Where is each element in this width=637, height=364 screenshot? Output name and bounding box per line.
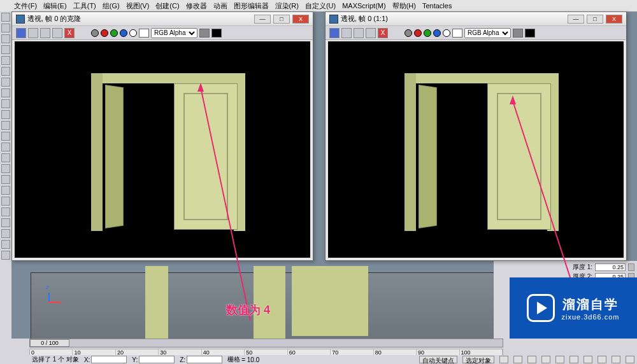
channel-green-icon[interactable] (424, 29, 431, 37)
save-icon[interactable] (329, 28, 340, 38)
window-title: 透视, 帧 0 (1:1) (341, 14, 388, 24)
tool-link-icon[interactable] (1, 56, 10, 65)
alpha-well-icon[interactable] (199, 29, 210, 38)
channel-rgb-icon[interactable] (404, 29, 412, 37)
menu-view[interactable]: 视图(V) (124, 1, 152, 11)
param-label: 厚度 1: (573, 263, 592, 272)
copy-icon[interactable] (28, 28, 38, 38)
menu-maxscript[interactable]: MAXScript(M) (340, 2, 388, 10)
mono-well-icon[interactable] (211, 29, 222, 38)
tool-angle-icon[interactable] (1, 88, 10, 97)
copy-icon[interactable] (341, 28, 352, 38)
window-titlebar[interactable]: 透视, 帧 0 (1:1) — □ X (326, 12, 626, 26)
spinner-buttons-icon[interactable] (628, 263, 634, 271)
maximize-button[interactable]: □ (587, 15, 603, 24)
tool-mirror-icon[interactable] (1, 110, 10, 119)
nav-max-icon[interactable] (626, 356, 634, 363)
bg-well-icon[interactable] (452, 29, 462, 38)
time-slider[interactable]: 0 / 100 (29, 339, 503, 347)
goto-start-icon[interactable] (499, 356, 508, 363)
tool-misc5-icon[interactable] (1, 240, 10, 249)
coord-z-input[interactable] (187, 356, 222, 363)
mono-well-icon[interactable] (525, 29, 535, 38)
print-icon[interactable] (366, 28, 376, 38)
left-toolbar (0, 11, 11, 364)
bg-well-icon[interactable] (139, 29, 149, 38)
tool-misc1-icon[interactable] (1, 197, 10, 206)
tool-material-icon[interactable] (1, 153, 10, 162)
watermark-play-icon (527, 294, 555, 322)
tool-snap-icon[interactable] (1, 78, 10, 87)
menu-create[interactable]: 创建(C) (153, 1, 182, 11)
clear-button[interactable]: X (64, 28, 75, 38)
menu-help[interactable]: 帮助(H) (390, 1, 419, 11)
menu-render[interactable]: 渲染(R) (273, 1, 301, 11)
channel-green-icon[interactable] (110, 29, 118, 37)
play-icon[interactable] (527, 356, 536, 363)
key-mode-icon[interactable] (569, 356, 578, 363)
menu-file[interactable]: 文件(F) (11, 1, 39, 11)
minimize-button[interactable]: — (568, 15, 584, 24)
prev-frame-icon[interactable] (513, 356, 522, 363)
tool-misc4-icon[interactable] (1, 229, 10, 238)
axis-gizmo: z x (43, 290, 56, 303)
tool-move-icon[interactable] (1, 24, 10, 32)
channel-select[interactable]: RGB Alpha (464, 28, 511, 38)
grid-label: 栅格 (227, 355, 240, 364)
alpha-well-icon[interactable] (513, 29, 523, 38)
tool-layer-icon[interactable] (1, 132, 10, 141)
nav-orbit-icon[interactable] (612, 356, 620, 363)
tool-scale-icon[interactable] (1, 45, 10, 54)
channel-select[interactable]: RGB Alpha (151, 28, 197, 38)
tool-misc6-icon[interactable] (1, 251, 10, 260)
save-icon[interactable] (16, 28, 26, 38)
tool-teapot-icon[interactable] (1, 186, 10, 195)
minimize-button[interactable]: — (254, 15, 271, 24)
menu-edit[interactable]: 编辑(E) (41, 1, 69, 11)
tool-select-icon[interactable] (1, 13, 10, 22)
nav-pan-icon[interactable] (583, 356, 592, 363)
clone-icon[interactable] (354, 28, 364, 38)
auto-key-button[interactable]: 自动关键点 (419, 356, 457, 363)
watermark-banner: 溜溜自学 zixue.3d66.com (510, 277, 637, 339)
menu-animation[interactable]: 动画 (211, 1, 230, 11)
tool-curve-icon[interactable] (1, 143, 10, 151)
print-icon[interactable] (52, 28, 62, 38)
tool-misc2-icon[interactable] (1, 207, 10, 216)
channel-blue-icon[interactable] (433, 29, 441, 37)
menu-customize[interactable]: 自定义(U) (303, 1, 338, 11)
menu-tools[interactable]: 工具(T) (71, 1, 99, 11)
tool-percent-icon[interactable] (1, 99, 10, 108)
channel-alpha-mono-icon[interactable] (443, 29, 450, 37)
tool-rotate-icon[interactable] (1, 34, 10, 43)
channel-blue-icon[interactable] (120, 29, 127, 37)
close-button[interactable]: X (606, 15, 622, 24)
tool-align-icon[interactable] (1, 121, 10, 130)
clear-button[interactable]: X (378, 28, 388, 38)
time-slider-thumb[interactable]: 0 / 100 (30, 339, 69, 347)
tool-render-icon[interactable] (1, 164, 10, 173)
menu-group[interactable]: 组(G) (100, 1, 122, 11)
selected-object-button[interactable]: 选定对象 (462, 356, 494, 363)
channel-alpha-mono-icon[interactable] (129, 29, 137, 37)
channel-red-icon[interactable] (101, 29, 108, 37)
menu-tentacles[interactable]: Tentacles (420, 2, 454, 10)
goto-end-icon[interactable] (555, 356, 564, 363)
scene-door-frame (292, 266, 368, 336)
menu-modifiers[interactable]: 修改器 (183, 1, 210, 11)
coord-y-input[interactable] (139, 356, 175, 363)
tool-unlink-icon[interactable] (1, 67, 10, 76)
tool-misc3-icon[interactable] (1, 218, 10, 227)
maximize-button[interactable]: □ (273, 15, 290, 24)
channel-rgb-icon[interactable] (91, 29, 99, 37)
tool-renderset-icon[interactable] (1, 175, 10, 184)
coord-x-input[interactable] (91, 356, 127, 363)
window-titlebar[interactable]: 透视, 帧 0 的克隆 — □ X (12, 12, 313, 26)
channel-red-icon[interactable] (414, 29, 422, 37)
next-frame-icon[interactable] (541, 356, 550, 363)
close-button[interactable]: X (292, 15, 309, 24)
param-input[interactable]: 0.25 (595, 263, 626, 271)
clone-icon[interactable] (40, 28, 50, 38)
nav-zoom-icon[interactable] (598, 356, 606, 363)
menu-graph[interactable]: 图形编辑器 (231, 1, 271, 11)
